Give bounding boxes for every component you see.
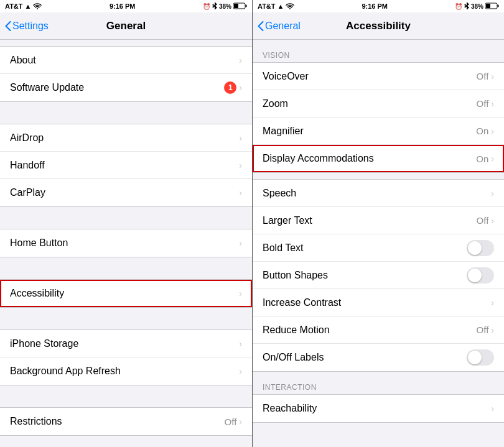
svg-rect-4 xyxy=(498,4,499,7)
left-item-accessibility[interactable]: Accessibility › xyxy=(0,280,252,307)
right-item-display-accommodations[interactable]: Display Accommodations On › xyxy=(253,145,504,172)
right-item-voiceover[interactable]: VoiceOver Off › xyxy=(253,63,504,90)
right-speech-chevron: › xyxy=(491,188,494,198)
right-magnifier-chevron: › xyxy=(491,126,494,136)
left-home-button-chevron: › xyxy=(239,238,242,248)
right-speech-label: Speech xyxy=(263,188,296,199)
right-item-zoom[interactable]: Zoom Off › xyxy=(253,90,504,118)
left-handoff-right: › xyxy=(239,160,242,170)
right-status-left: AT&T ▲ xyxy=(258,2,294,11)
left-carplay-label: CarPlay xyxy=(10,187,45,198)
left-bt-icon xyxy=(212,2,217,11)
right-interaction-group: Reachability › xyxy=(253,394,504,423)
right-on-off-labels-label: On/Off Labels xyxy=(263,352,324,363)
right-battery-icon xyxy=(485,2,499,11)
left-group-1: About › Software Update 1 › xyxy=(0,46,252,102)
right-item-speech[interactable]: Speech › xyxy=(253,180,504,207)
left-iphone-storage-right: › xyxy=(239,339,242,349)
right-item-reduce-motion[interactable]: Reduce Motion Off › xyxy=(253,316,504,344)
right-button-shapes-right xyxy=(467,267,494,283)
right-reachability-label: Reachability xyxy=(263,403,317,414)
left-item-background-app-refresh[interactable]: Background App Refresh › xyxy=(0,357,252,385)
right-battery-pct: 38% xyxy=(471,3,483,10)
right-zoom-value: Off xyxy=(477,98,489,109)
right-nav-title: Accessibility xyxy=(346,20,411,32)
left-handoff-label: Handoff xyxy=(10,160,45,171)
left-airdrop-label: AirDrop xyxy=(10,132,44,144)
right-carrier: AT&T xyxy=(258,2,276,10)
right-back-label: General xyxy=(265,21,301,32)
right-display-accommodations-chevron: › xyxy=(491,154,494,164)
left-item-carplay[interactable]: CarPlay › xyxy=(0,179,252,206)
left-item-home-button[interactable]: Home Button › xyxy=(0,229,252,257)
right-magnifier-right: On › xyxy=(476,126,494,136)
left-iphone-storage-label: iPhone Storage xyxy=(10,338,78,349)
left-nav-title: General xyxy=(106,20,146,32)
right-status-right: ⏰ 38% xyxy=(455,2,499,11)
right-increase-contrast-label: Increase Contrast xyxy=(263,297,341,308)
right-zoom-chevron: › xyxy=(491,99,494,109)
left-status-bar: AT&T ▲ 9:16 PM ⏰ 38% xyxy=(0,0,252,12)
right-reduce-motion-value: Off xyxy=(477,325,489,335)
left-item-handoff[interactable]: Handoff › xyxy=(0,152,252,179)
left-background-app-refresh-chevron: › xyxy=(239,366,242,376)
right-reduce-motion-label: Reduce Motion xyxy=(263,325,330,336)
left-item-iphone-storage[interactable]: iPhone Storage › xyxy=(0,330,252,357)
right-reduce-motion-chevron: › xyxy=(491,325,494,335)
left-carrier: AT&T xyxy=(5,2,23,10)
right-voiceover-value: Off xyxy=(477,71,489,81)
left-home-button-right: › xyxy=(239,238,242,248)
right-on-off-labels-right xyxy=(467,349,494,366)
left-software-update-right: 1 › xyxy=(224,81,242,94)
right-section-vision-label: VISION xyxy=(253,46,504,62)
right-reduce-motion-right: Off › xyxy=(477,325,494,335)
right-item-magnifier[interactable]: Magnifier On › xyxy=(253,118,504,145)
right-larger-text-chevron: › xyxy=(491,216,494,226)
left-restrictions-chevron: › xyxy=(239,417,242,426)
right-item-larger-text[interactable]: Larger Text Off › xyxy=(253,207,504,234)
left-battery-icon xyxy=(233,2,247,11)
right-vision-group: VoiceOver Off › Zoom Off › Magnifier On … xyxy=(253,62,504,173)
right-voiceover-chevron: › xyxy=(491,71,494,81)
left-panel: AT&T ▲ 9:16 PM ⏰ 38% Settings General xyxy=(0,0,252,447)
left-accessibility-chevron: › xyxy=(239,288,242,298)
left-group-2: AirDrop › Handoff › CarPlay › xyxy=(0,124,252,207)
right-on-off-labels-toggle[interactable] xyxy=(467,349,494,366)
right-item-bold-text[interactable]: Bold Text xyxy=(253,234,504,262)
right-item-increase-contrast[interactable]: Increase Contrast › xyxy=(253,289,504,316)
left-alarm-icon: ⏰ xyxy=(203,3,210,10)
left-about-label: About xyxy=(10,55,36,66)
right-group-2: Speech › Larger Text Off › Bold Text Bu xyxy=(253,179,504,372)
right-button-shapes-toggle[interactable] xyxy=(467,267,494,283)
svg-rect-1 xyxy=(246,4,247,7)
left-settings-list: About › Software Update 1 › AirDrop › xyxy=(0,40,252,447)
right-magnifier-label: Magnifier xyxy=(263,126,304,137)
right-wifi-icon xyxy=(286,2,294,11)
right-settings-list: VISION VoiceOver Off › Zoom Off › Magnif… xyxy=(253,40,504,447)
left-item-software-update[interactable]: Software Update 1 › xyxy=(0,74,252,101)
right-item-button-shapes[interactable]: Button Shapes xyxy=(253,262,504,289)
left-status-right: ⏰ 38% xyxy=(203,2,247,11)
left-group-5: iPhone Storage › Background App Refresh … xyxy=(0,329,252,385)
right-item-on-off-labels[interactable]: On/Off Labels xyxy=(253,344,504,371)
left-gap-6 xyxy=(0,436,252,447)
right-back-button[interactable]: General xyxy=(258,21,301,32)
left-back-label: Settings xyxy=(12,21,49,32)
left-item-about[interactable]: About › xyxy=(0,47,252,74)
right-reachability-chevron: › xyxy=(491,403,494,413)
svg-rect-2 xyxy=(234,4,238,8)
right-bold-text-toggle[interactable] xyxy=(467,240,494,256)
left-item-airdrop[interactable]: AirDrop › xyxy=(0,124,252,152)
left-gap-3 xyxy=(0,257,252,279)
left-home-button-label: Home Button xyxy=(10,237,68,249)
left-group-3: Home Button › xyxy=(0,229,252,257)
left-item-restrictions[interactable]: Restrictions Off › xyxy=(0,408,252,435)
right-gap-3 xyxy=(253,423,504,445)
left-about-chevron: › xyxy=(239,55,242,65)
right-display-accommodations-right: On › xyxy=(476,154,494,164)
right-section-interaction-label: INTERACTION xyxy=(253,378,504,394)
right-item-reachability[interactable]: Reachability › xyxy=(253,395,504,422)
left-accessibility-label: Accessibility xyxy=(10,288,64,299)
left-software-update-badge: 1 xyxy=(224,81,236,94)
left-back-button[interactable]: Settings xyxy=(5,21,49,32)
